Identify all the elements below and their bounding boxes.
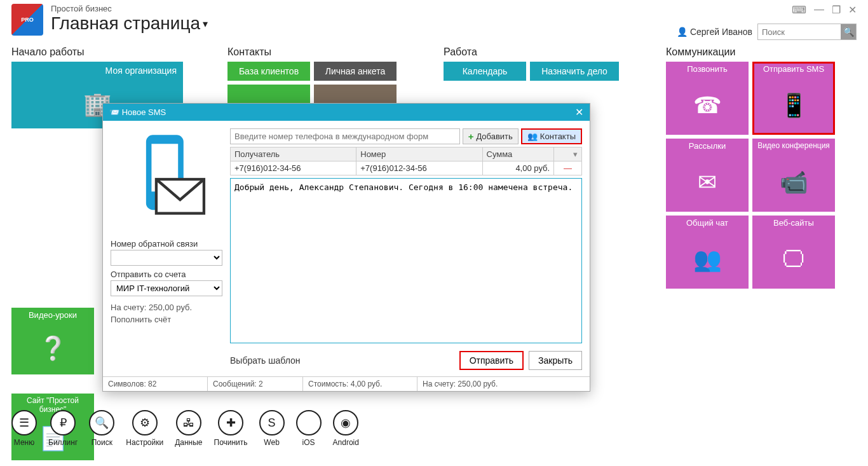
section-title-contacts: Контакты (227, 46, 405, 58)
tile-client-db[interactable]: База клиентов (227, 62, 310, 81)
section-title-comms: Коммуникации (666, 46, 837, 58)
tile-video-conf[interactable]: Видео конференция 📹 (752, 139, 835, 212)
repair-icon: ✚ (218, 410, 243, 435)
user-name: Сергей Иванов (690, 27, 752, 37)
bottom-ios[interactable]: iOS (296, 410, 322, 447)
contacts-button[interactable]: 👥Контакты (521, 128, 582, 144)
callback-label: Номер обратной связи (111, 239, 222, 249)
recipients-table: Получатель Номер Сумма ▾ +7(916)012-34-5… (230, 147, 582, 175)
help-icon: ❔ (11, 322, 94, 374)
delete-row-icon[interactable]: — (554, 161, 582, 175)
section-title-start: Начало работы (11, 46, 189, 58)
dialog-title: Новое SMS (122, 107, 166, 117)
user-icon: 👤 (677, 27, 688, 37)
status-cost: Стоимость: 4,00 руб. (303, 377, 417, 391)
bottom-web[interactable]: SWeb (259, 410, 285, 447)
bottom-settings[interactable]: ⚙Настройки (126, 410, 163, 447)
tile-chat[interactable]: Общий чат 👥 (666, 216, 749, 289)
status-chars: Символов: 82 (103, 377, 208, 391)
account-select[interactable]: МИР IT-технологий (111, 280, 222, 296)
tile-personal-profile[interactable]: Личная анкета (314, 62, 397, 81)
tile-video-lessons[interactable]: Видео-уроки ❔ (11, 308, 94, 374)
mail-small-icon: 📨 (109, 107, 122, 117)
new-sms-dialog: 📨 Новое SMS ✕ Номер обратной связи Отпра… (102, 103, 590, 392)
tile-send-sms[interactable]: Отправить SMS 📱 (752, 62, 835, 135)
close-button[interactable]: Закрыть (529, 351, 582, 370)
page-title-text: Главная страница (51, 13, 200, 34)
topup-link[interactable]: Пополнить счёт (111, 315, 222, 324)
section-title-work: Работа (444, 46, 628, 58)
add-button[interactable]: +Добавить (463, 128, 519, 144)
global-search: 🔍 (757, 24, 857, 40)
bottom-data[interactable]: 🖧Данные (175, 410, 202, 447)
plus-icon: + (468, 131, 474, 142)
close-window-icon[interactable]: ✕ (848, 4, 857, 16)
title-block: Простой бизнес Главная страница ▾ (51, 4, 677, 34)
app-logo: PRO (11, 4, 43, 36)
col-menu[interactable]: ▾ (554, 147, 582, 161)
bottom-menu[interactable]: ☰Меню (11, 410, 37, 447)
tile-label: Моя организация (11, 62, 183, 79)
balance-text: На счету: 250,00 руб. (111, 303, 222, 312)
bottom-repair[interactable]: ✚Починить (214, 410, 248, 447)
account-label: Отправить со счета (111, 270, 222, 279)
send-button[interactable]: Отправить (459, 351, 524, 370)
dialog-titlebar[interactable]: 📨 Новое SMS ✕ (103, 104, 590, 121)
message-textarea[interactable]: Добрый день, Александр Степанович. Сегод… (230, 178, 582, 343)
monitor-icon: 🖵 (752, 230, 835, 289)
camera-icon: 📹 (752, 153, 835, 212)
dialog-close-icon[interactable]: ✕ (575, 106, 583, 118)
tile-assign-task[interactable]: Назначить дело (530, 62, 619, 81)
chat-icon: 👥 (666, 230, 749, 289)
bottom-android[interactable]: ◉Android (333, 410, 359, 447)
status-messages: Сообщений: 2 (208, 377, 303, 391)
cell-number: +7(916)012-34-56 (356, 161, 482, 175)
cell-recipient: +7(916)012-34-56 (231, 161, 356, 175)
people-icon: 👥 (527, 132, 538, 141)
maximize-icon[interactable]: ❐ (832, 4, 841, 16)
cell-sum: 4,00 руб. (482, 161, 554, 175)
web-icon: S (259, 410, 285, 435)
tile-calendar[interactable]: Календарь (444, 62, 526, 81)
template-link[interactable]: Выбрать шаблон (230, 355, 301, 366)
menu-icon: ☰ (11, 410, 37, 435)
dialog-sidebar: Номер обратной связи Отправить со счета … (103, 121, 230, 376)
col-recipient[interactable]: Получатель (231, 147, 356, 161)
billing-icon: ₽ (50, 410, 76, 435)
col-number[interactable]: Номер (356, 147, 482, 161)
apple-icon (296, 410, 322, 435)
callback-select[interactable] (111, 250, 222, 266)
bottom-billing[interactable]: ₽Биллинг (48, 410, 78, 447)
tile-mailings[interactable]: Рассылки ✉ (666, 139, 749, 212)
col-sum[interactable]: Сумма (482, 147, 554, 161)
status-balance: На счету: 250,00 руб. (417, 377, 590, 391)
android-icon: ◉ (333, 410, 358, 435)
data-icon: 🖧 (176, 410, 201, 435)
search-icon: 🔍 (89, 410, 114, 435)
keyboard-icon[interactable]: ⌨ (792, 4, 806, 16)
tile-websites[interactable]: Веб-сайты 🖵 (752, 216, 835, 289)
dropdown-caret-icon: ▾ (203, 18, 208, 30)
bottom-toolbar: ☰Меню ₽Биллинг 🔍Поиск ⚙Настройки 🖧Данные… (11, 410, 359, 447)
app-header: PRO Простой бизнес Главная страница ▾ ⌨ … (0, 0, 868, 40)
phone-envelope-icon (119, 128, 214, 230)
gear-icon: ⚙ (132, 410, 158, 435)
search-input[interactable] (758, 25, 841, 39)
search-button[interactable]: 🔍 (841, 24, 856, 39)
minimize-icon[interactable]: — (814, 4, 824, 16)
mail-icon: ✉ (666, 153, 749, 212)
bottom-search[interactable]: 🔍Поиск (89, 410, 114, 447)
dialog-statusbar: Символов: 82 Сообщений: 2 Стоимость: 4,0… (103, 376, 590, 391)
phone-icon: ☎ (666, 76, 749, 135)
app-name: Простой бизнес (51, 4, 677, 13)
tile-call[interactable]: Позвонить ☎ (666, 62, 749, 135)
sms-icon: 📱 (752, 76, 835, 135)
dialog-main: +Добавить 👥Контакты Получатель Номер Сум… (230, 121, 590, 376)
user-menu[interactable]: 👤 Сергей Иванов (677, 27, 752, 37)
window-controls: ⌨ — ❐ ✕ (792, 4, 857, 16)
phone-input[interactable] (230, 128, 460, 144)
page-title[interactable]: Главная страница ▾ (51, 13, 677, 34)
table-row[interactable]: +7(916)012-34-56 +7(916)012-34-56 4,00 р… (231, 161, 582, 175)
